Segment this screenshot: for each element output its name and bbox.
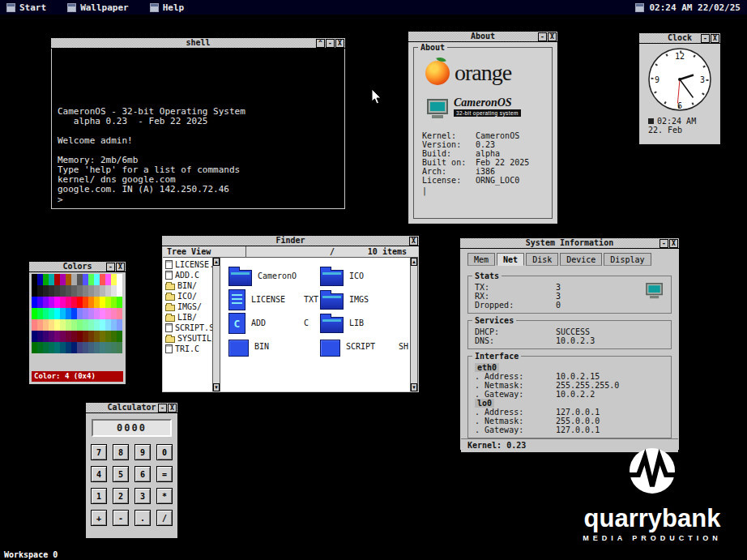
color-swatch[interactable]: [105, 274, 111, 285]
calculator-key[interactable]: 9: [134, 444, 151, 460]
color-swatch[interactable]: [83, 342, 88, 353]
color-swatch[interactable]: [49, 274, 54, 285]
color-swatch[interactable]: [66, 285, 71, 297]
color-swatch[interactable]: [32, 297, 37, 308]
color-swatch[interactable]: [94, 331, 100, 342]
titlebar-button[interactable]: X: [669, 239, 678, 248]
color-swatch[interactable]: [71, 285, 77, 297]
scroll-down-icon[interactable]: [411, 383, 417, 391]
titlebar-button[interactable]: ^: [316, 39, 325, 48]
color-swatch[interactable]: [111, 274, 117, 285]
color-swatch[interactable]: [117, 331, 122, 342]
color-swatch[interactable]: [88, 274, 94, 285]
calculator-titlebar[interactable]: Calculator -X: [86, 403, 177, 413]
file-icon-item[interactable]: ADD C: [228, 311, 318, 335]
color-swatch[interactable]: [43, 331, 49, 342]
color-swatch[interactable]: [117, 308, 122, 319]
titlebar-button[interactable]: -: [659, 239, 668, 248]
file-icon-item[interactable]: SCRIPT SH: [320, 335, 408, 358]
color-swatch[interactable]: [77, 274, 83, 285]
sysinfo-tab[interactable]: Disk: [526, 253, 558, 266]
color-swatch[interactable]: [54, 297, 60, 308]
color-swatch[interactable]: [32, 342, 37, 353]
color-swatch[interactable]: [77, 308, 83, 319]
color-swatch[interactable]: [66, 331, 71, 342]
scroll-up-icon[interactable]: [213, 258, 220, 266]
tree-item[interactable]: LICENSE.TX: [163, 259, 212, 270]
color-swatch[interactable]: [66, 297, 71, 308]
calculator-key[interactable]: -: [113, 510, 129, 526]
color-swatch[interactable]: [32, 285, 37, 297]
taskbar-menu-help[interactable]: Help: [150, 2, 185, 13]
sysinfo-tab[interactable]: Device: [560, 253, 602, 266]
tree-item[interactable]: ICO/: [163, 291, 212, 301]
color-swatch[interactable]: [43, 342, 49, 353]
color-swatch[interactable]: [88, 285, 94, 297]
color-swatch[interactable]: [66, 319, 71, 331]
taskbar-menu-wallpaper[interactable]: Wallpaper: [67, 2, 129, 13]
calculator-key[interactable]: 0: [156, 444, 173, 460]
color-swatch[interactable]: [60, 297, 66, 308]
color-swatch[interactable]: [94, 285, 100, 297]
color-swatch[interactable]: [100, 319, 105, 331]
color-swatch[interactable]: [66, 274, 71, 285]
calculator-key[interactable]: 4: [91, 466, 107, 482]
tree-item[interactable]: TRI.C: [163, 344, 212, 354]
titlebar-button[interactable]: X: [711, 34, 719, 43]
calculator-key[interactable]: 6: [134, 466, 151, 482]
color-swatch[interactable]: [100, 297, 105, 308]
color-swatch[interactable]: [49, 285, 54, 297]
color-swatch[interactable]: [71, 274, 77, 285]
color-swatch[interactable]: [60, 285, 66, 297]
workspace-label[interactable]: Workspace 0: [4, 550, 58, 559]
color-swatch[interactable]: [111, 331, 117, 342]
tree-item[interactable]: IMGS/: [163, 301, 212, 312]
color-swatch[interactable]: [71, 297, 77, 308]
color-swatch[interactable]: [100, 342, 105, 353]
scroll-up-icon[interactable]: [411, 258, 417, 266]
color-swatch[interactable]: [105, 331, 111, 342]
color-swatch[interactable]: [77, 319, 83, 331]
color-swatch[interactable]: [49, 331, 54, 342]
tree-item[interactable]: SCRIPT.SH: [163, 323, 212, 333]
color-swatch[interactable]: [105, 297, 111, 308]
file-icon-item[interactable]: LICENSE TXT: [228, 288, 318, 311]
color-swatch[interactable]: [49, 297, 54, 308]
color-swatch[interactable]: [66, 342, 71, 353]
finder-titlebar[interactable]: Finder X: [162, 236, 419, 246]
colors-titlebar[interactable]: Colors -X: [29, 262, 126, 272]
color-swatch[interactable]: [100, 274, 105, 285]
color-swatch[interactable]: [49, 308, 54, 319]
color-swatch[interactable]: [43, 308, 49, 319]
terminal-prompt[interactable]: >: [58, 195, 63, 205]
color-swatch[interactable]: [54, 331, 60, 342]
color-swatch[interactable]: [117, 274, 122, 285]
color-swatch[interactable]: [60, 308, 66, 319]
color-swatch[interactable]: [94, 342, 100, 353]
icon-pane-scrollbar[interactable]: [410, 258, 418, 391]
titlebar-button[interactable]: -: [158, 404, 167, 413]
tree-item[interactable]: BIN/: [163, 280, 212, 291]
color-swatch[interactable]: [94, 297, 100, 308]
scroll-down-icon[interactable]: [213, 383, 220, 391]
color-swatch[interactable]: [111, 308, 117, 319]
color-swatch[interactable]: [43, 319, 49, 331]
color-swatch[interactable]: [83, 274, 88, 285]
color-swatch[interactable]: [117, 285, 122, 297]
color-swatch[interactable]: [71, 319, 77, 331]
calculator-key[interactable]: 5: [113, 466, 129, 482]
color-swatch[interactable]: [54, 308, 60, 319]
color-swatch[interactable]: [43, 274, 49, 285]
titlebar-button[interactable]: X: [409, 237, 418, 246]
calculator-key[interactable]: *: [156, 488, 173, 504]
tree-scrollbar[interactable]: [212, 258, 220, 391]
color-swatch[interactable]: [54, 342, 60, 353]
color-swatch[interactable]: [37, 308, 43, 319]
color-swatch[interactable]: [100, 331, 105, 342]
calculator-key[interactable]: /: [156, 510, 173, 526]
color-swatch[interactable]: [117, 319, 122, 331]
color-swatch[interactable]: [77, 297, 83, 308]
titlebar-button[interactable]: X: [168, 404, 177, 413]
color-swatch[interactable]: [60, 274, 66, 285]
color-swatch[interactable]: [71, 331, 77, 342]
